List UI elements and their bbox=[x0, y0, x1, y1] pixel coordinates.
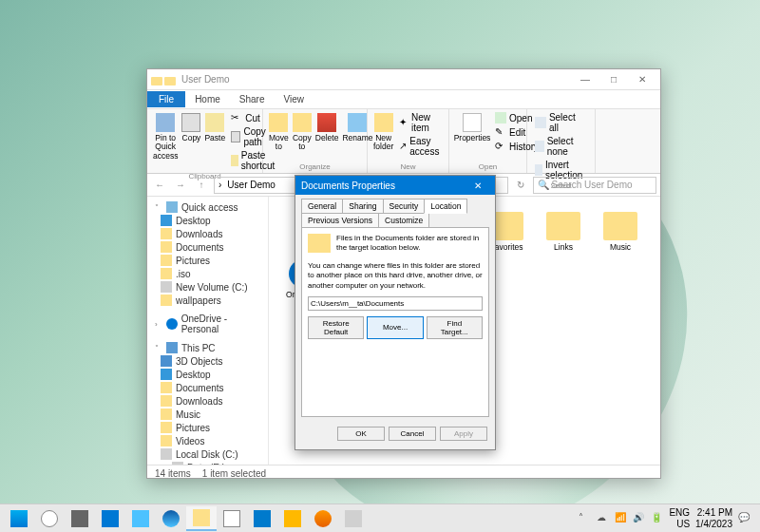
tab-home[interactable]: Home bbox=[185, 91, 230, 107]
nav-iso[interactable]: .iso bbox=[147, 267, 268, 280]
move-button[interactable]: Move to bbox=[269, 111, 289, 152]
taskbar-vscode[interactable] bbox=[247, 506, 277, 531]
nav-quickaccess[interactable]: ˅Quick access bbox=[147, 200, 268, 214]
taskbar-edge[interactable] bbox=[156, 506, 186, 531]
apply-button[interactable]: Apply bbox=[440, 427, 487, 441]
taskbar-app[interactable] bbox=[277, 506, 308, 531]
network-icon[interactable]: 📶 bbox=[615, 512, 627, 524]
selectall-button[interactable]: Select all bbox=[533, 111, 589, 134]
taskbar-app[interactable] bbox=[125, 506, 156, 531]
close-button[interactable]: ✕ bbox=[628, 70, 656, 89]
dialog-close-button[interactable]: ✕ bbox=[466, 180, 489, 191]
tab-general[interactable]: General bbox=[301, 199, 343, 214]
nav-thispc[interactable]: ˅This PC bbox=[147, 341, 268, 354]
tab-location[interactable]: Location bbox=[424, 199, 467, 214]
onedrive-tray-icon[interactable]: ☁ bbox=[597, 512, 609, 524]
easyaccess-button[interactable]: ↗Easy access bbox=[397, 135, 445, 158]
shortcut-icon bbox=[231, 155, 238, 166]
tab-security[interactable]: Security bbox=[383, 199, 426, 214]
taskbar-firefox[interactable] bbox=[308, 506, 338, 531]
taskbar-explorer[interactable] bbox=[186, 506, 217, 531]
minimize-button[interactable]: — bbox=[571, 70, 599, 89]
volume-icon[interactable]: 🔊 bbox=[633, 512, 645, 524]
delete-button[interactable]: Delete bbox=[315, 111, 339, 142]
maximize-button[interactable]: □ bbox=[599, 70, 628, 89]
folder-icon bbox=[161, 268, 172, 279]
dialog-titlebar[interactable]: Documents Properties ✕ bbox=[295, 176, 495, 195]
tray-clock[interactable]: 2:41 PM1/4/2023 bbox=[695, 507, 732, 529]
copy-button[interactable]: Copy bbox=[181, 111, 200, 142]
nav-pictures[interactable]: Pictures bbox=[147, 254, 268, 267]
nav-localdisk[interactable]: Local Disk (C:) bbox=[147, 447, 268, 461]
tray-language[interactable]: ENGUS bbox=[669, 507, 690, 529]
file-music[interactable]: Music bbox=[594, 212, 647, 252]
nav-3d[interactable]: 3D Objects bbox=[147, 354, 268, 368]
nav-music[interactable]: Music bbox=[147, 408, 268, 421]
newfolder-icon bbox=[374, 113, 393, 132]
newitem-button[interactable]: ✦New item bbox=[397, 111, 445, 134]
taskbar-app[interactable] bbox=[95, 506, 125, 531]
nav-documents[interactable]: Documents bbox=[147, 240, 268, 254]
drive-icon bbox=[172, 462, 183, 465]
nav-videos[interactable]: Videos bbox=[147, 434, 268, 447]
nav-desktop[interactable]: Desktop bbox=[147, 214, 268, 227]
tab-file[interactable]: File bbox=[147, 91, 185, 107]
open-icon bbox=[495, 112, 506, 124]
nav-downloads[interactable]: Downloads bbox=[147, 227, 268, 240]
nav-downloads2[interactable]: Downloads bbox=[147, 394, 268, 408]
dialog-footer: OK Cancel Apply bbox=[295, 423, 495, 445]
firefox-icon bbox=[314, 510, 332, 527]
path-input[interactable] bbox=[308, 296, 483, 311]
dialog-tabs: General Sharing Security Location Previo… bbox=[295, 195, 495, 227]
search-input[interactable]: 🔍 Search User Demo bbox=[533, 177, 656, 194]
forward-button[interactable]: → bbox=[172, 177, 189, 194]
tab-customize[interactable]: Customize bbox=[378, 213, 429, 228]
dialog-body: Files in the Documents folder are stored… bbox=[301, 227, 489, 417]
cancel-button[interactable]: Cancel bbox=[389, 427, 436, 441]
notifications-icon[interactable]: 💬 bbox=[738, 512, 750, 524]
taskbar[interactable]: ˄ ☁ 📶 🔊 🔋 ENGUS 2:41 PM1/4/2023 💬 bbox=[0, 504, 760, 532]
taskbar-app[interactable] bbox=[217, 506, 247, 531]
nav-data[interactable]: ›Data (E:) bbox=[147, 461, 268, 465]
nav-wallpapers[interactable]: wallpapers bbox=[147, 294, 268, 307]
refresh-button[interactable]: ↻ bbox=[512, 177, 529, 194]
nav-pane[interactable]: ˅Quick access Desktop Downloads Document… bbox=[147, 197, 269, 465]
up-button[interactable]: ↑ bbox=[193, 177, 210, 194]
tab-sharing[interactable]: Sharing bbox=[342, 199, 383, 214]
nav-documents2[interactable]: Documents bbox=[147, 381, 268, 394]
back-button[interactable]: ← bbox=[151, 177, 168, 194]
findtarget-button[interactable]: Find Target... bbox=[427, 316, 483, 339]
move-button[interactable]: Move... bbox=[367, 316, 423, 339]
tab-previous[interactable]: Previous Versions bbox=[301, 213, 379, 228]
pin-button[interactable]: Pin to Quick access bbox=[153, 111, 178, 161]
battery-icon[interactable]: 🔋 bbox=[651, 512, 663, 524]
selectnone-button[interactable]: Select none bbox=[533, 135, 589, 158]
file-links[interactable]: Links bbox=[537, 212, 590, 252]
copyto-icon bbox=[293, 113, 312, 132]
start-button[interactable] bbox=[4, 506, 34, 531]
nav-onedrive[interactable]: ›OneDrive - Personal bbox=[147, 313, 268, 335]
star-icon bbox=[166, 201, 178, 213]
ok-button[interactable]: OK bbox=[337, 427, 385, 441]
paste-button[interactable]: Paste bbox=[204, 111, 225, 142]
copyto-button[interactable]: Copy to bbox=[293, 111, 312, 152]
taskview-button[interactable] bbox=[65, 506, 95, 531]
newfolder-button[interactable]: New folder bbox=[373, 111, 393, 152]
documents-icon bbox=[161, 241, 172, 253]
desktop-icon bbox=[161, 215, 172, 226]
nav-pictures2[interactable]: Pictures bbox=[147, 421, 268, 434]
dialog-info: Files in the Documents folder are stored… bbox=[336, 234, 483, 254]
tab-view[interactable]: View bbox=[275, 91, 314, 107]
nav-newvol[interactable]: New Volume (C:) bbox=[147, 280, 268, 294]
titlebar[interactable]: User Demo — □ ✕ bbox=[147, 69, 660, 90]
restore-button[interactable]: Restore Default bbox=[308, 316, 364, 339]
chevron-up-icon[interactable]: ˄ bbox=[579, 512, 591, 524]
group-label: Organize bbox=[269, 162, 361, 171]
taskbar-app[interactable] bbox=[338, 506, 369, 531]
nav-desktop2[interactable]: Desktop bbox=[147, 368, 268, 381]
vscode-icon bbox=[254, 510, 271, 527]
tab-share[interactable]: Share bbox=[230, 91, 275, 107]
properties-button[interactable]: Properties bbox=[455, 111, 489, 142]
breadcrumb-segment[interactable]: User Demo bbox=[227, 180, 276, 190]
search-button[interactable] bbox=[34, 506, 65, 531]
